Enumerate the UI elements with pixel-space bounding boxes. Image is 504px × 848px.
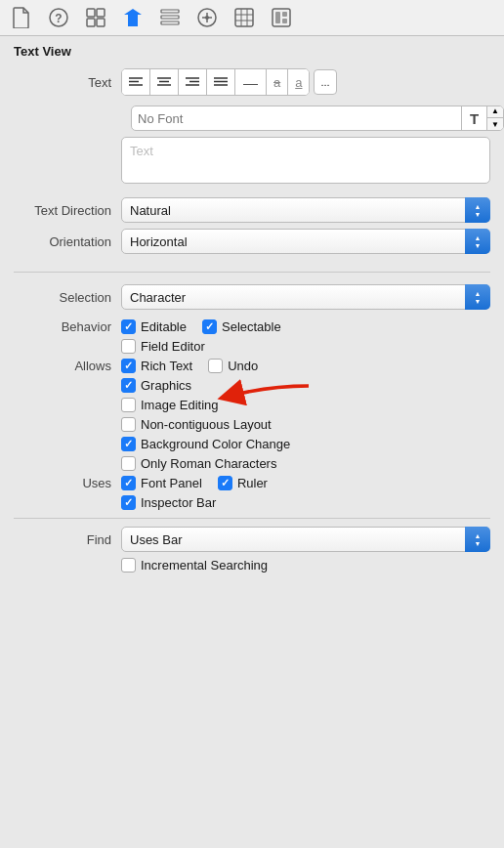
align-right-button[interactable] xyxy=(179,69,207,95)
layout2-icon[interactable] xyxy=(270,6,293,29)
svg-rect-5 xyxy=(97,19,105,26)
ruler-checkbox[interactable] xyxy=(218,476,232,490)
font-row: T ▲ ▼ xyxy=(0,106,504,131)
text-color-button[interactable]: a xyxy=(288,69,309,95)
font-stepper-down[interactable]: ▼ xyxy=(487,118,503,131)
incremental-label: Incremental Searching xyxy=(141,558,268,572)
align-center-button[interactable] xyxy=(150,69,179,95)
noncontiguous-check-item[interactable]: Non-contiguous Layout xyxy=(121,417,272,432)
allows-label: Allows xyxy=(14,359,121,373)
font-panel-check-item[interactable]: Font Panel xyxy=(121,476,202,490)
selection-select[interactable]: Character Word Paragraph xyxy=(121,284,490,310)
background-color-check-item[interactable]: Background Color Change xyxy=(121,437,290,451)
font-panel-checkbox[interactable] xyxy=(121,476,136,490)
uses-checks: Font Panel Ruler xyxy=(121,476,268,490)
allows-row-6: Only Roman Characters xyxy=(14,456,490,471)
help-icon[interactable]: ? xyxy=(47,6,70,29)
selectable-checkbox[interactable] xyxy=(202,319,217,334)
font-panel-label: Font Panel xyxy=(141,476,202,490)
editable-label: Editable xyxy=(141,319,187,334)
svg-point-11 xyxy=(205,16,209,20)
svg-rect-14 xyxy=(275,12,280,23)
inspector-bar-check-item[interactable]: Inspector Bar xyxy=(121,495,216,510)
rich-text-checkbox[interactable] xyxy=(121,359,136,373)
image-editing-checkbox[interactable] xyxy=(121,398,136,412)
graphics-checkbox[interactable] xyxy=(121,378,136,393)
more-button[interactable]: ... xyxy=(314,69,336,95)
inspector-bar-label: Inspector Bar xyxy=(141,495,216,510)
text-direction-row: Text Direction Natural Left to Right Rig… xyxy=(14,197,490,223)
find-row: Find Uses Bar Find Panel xyxy=(0,527,504,552)
editable-check-item[interactable]: Editable xyxy=(121,319,187,334)
allows-checks-1: Rich Text Undo xyxy=(121,359,258,373)
field-editor-checkbox[interactable] xyxy=(121,339,136,354)
svg-rect-7 xyxy=(161,10,179,13)
text-align-row: Text xyxy=(14,68,490,96)
file-icon[interactable] xyxy=(10,6,33,29)
font-stepper-up[interactable]: ▲ xyxy=(487,106,503,118)
list-icon[interactable] xyxy=(158,6,182,29)
behavior-checks: Editable Selectable xyxy=(121,319,281,334)
uses-label: Uses xyxy=(14,476,121,490)
align-left-button[interactable] xyxy=(122,69,150,95)
svg-rect-2 xyxy=(87,9,95,17)
svg-rect-16 xyxy=(282,19,287,23)
allows-row-1: Allows Rich Text Undo xyxy=(14,359,490,373)
image-editing-check-item[interactable]: Image Editing xyxy=(121,398,219,412)
selection-label: Selection xyxy=(14,290,121,305)
divider-2 xyxy=(14,518,490,519)
background-color-checkbox[interactable] xyxy=(121,437,136,451)
only-roman-checkbox[interactable] xyxy=(121,456,136,471)
text-label: Text xyxy=(14,75,121,90)
field-editor-check-item[interactable]: Field Editor xyxy=(121,339,205,354)
incremental-check-item[interactable]: Incremental Searching xyxy=(121,558,268,572)
svg-rect-13 xyxy=(273,9,290,26)
inspector-bar-checkbox[interactable] xyxy=(121,495,136,510)
svg-rect-8 xyxy=(161,16,179,19)
text-direction-select[interactable]: Natural Left to Right Right to Left xyxy=(121,197,490,223)
view-icon[interactable] xyxy=(84,6,107,29)
dash-button[interactable]: — xyxy=(235,69,267,95)
incremental-row: Incremental Searching xyxy=(0,558,504,572)
noncontiguous-label: Non-contiguous Layout xyxy=(141,417,272,432)
find-select[interactable]: Uses Bar Find Panel xyxy=(121,527,490,552)
more-label: ... xyxy=(320,76,329,88)
only-roman-check-item[interactable]: Only Roman Characters xyxy=(121,456,276,471)
font-input[interactable] xyxy=(132,111,461,126)
orientation-row: Orientation Horizontal Vertical xyxy=(14,229,490,254)
divider-1 xyxy=(14,272,490,273)
selectable-check-item[interactable]: Selectable xyxy=(202,319,281,334)
field-editor-row: Field Editor xyxy=(14,339,490,354)
incremental-checkbox[interactable] xyxy=(121,558,136,572)
text-preview-placeholder: Text xyxy=(130,144,153,158)
selection-row: Selection Character Word Paragraph xyxy=(14,284,490,310)
selection-select-wrap: Character Word Paragraph xyxy=(121,284,490,310)
selectable-label: Selectable xyxy=(222,319,281,334)
find-select-wrap: Uses Bar Find Panel xyxy=(121,527,490,552)
undo-check-item[interactable]: Undo xyxy=(208,359,258,373)
undo-checkbox[interactable] xyxy=(208,359,223,373)
font-type-icon[interactable]: T xyxy=(461,106,486,131)
allows-row-5: Background Color Change xyxy=(14,437,490,451)
svg-rect-9 xyxy=(161,21,179,24)
find-label: Find xyxy=(14,532,121,547)
grid2-icon[interactable] xyxy=(232,6,256,29)
text-preview: Text xyxy=(121,137,490,184)
text-direction-select-wrap: Natural Left to Right Right to Left xyxy=(121,197,490,223)
image-editing-label: Image Editing xyxy=(141,398,219,412)
behavior-row: Behavior Editable Selectable xyxy=(14,319,490,334)
uses-row: Uses Font Panel Ruler xyxy=(14,476,490,490)
panel-title: Text View xyxy=(0,36,504,64)
graphics-check-item[interactable]: Graphics xyxy=(121,378,191,393)
align-justify-button[interactable] xyxy=(207,69,235,95)
behavior-label: Behavior xyxy=(14,319,121,334)
strikethrough-button[interactable]: a xyxy=(267,69,288,95)
rich-text-check-item[interactable]: Rich Text xyxy=(121,359,192,373)
nav-icon[interactable] xyxy=(195,6,219,29)
svg-text:?: ? xyxy=(55,12,62,25)
ruler-check-item[interactable]: Ruler xyxy=(218,476,268,490)
editable-checkbox[interactable] xyxy=(121,319,136,334)
noncontiguous-checkbox[interactable] xyxy=(121,417,136,432)
orientation-select[interactable]: Horizontal Vertical xyxy=(121,229,490,254)
down-arrow-icon[interactable] xyxy=(121,6,145,29)
